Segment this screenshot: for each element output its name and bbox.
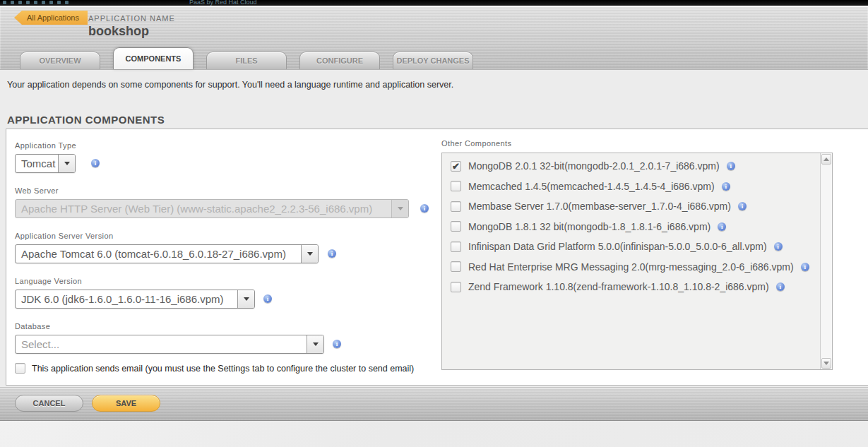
- component-checkbox[interactable]: [451, 221, 461, 232]
- tab-files[interactable]: FILES: [206, 52, 287, 69]
- header: All Applications APPLICATION NAME booksh…: [0, 6, 868, 70]
- component-checkbox[interactable]: [451, 261, 461, 272]
- language-version-select[interactable]: JDK 6.0 (jdk6-1.6.0_1.6.0-11-16_i686.vpm…: [15, 290, 255, 309]
- email-checkbox[interactable]: [15, 363, 25, 374]
- info-icon[interactable]: i: [420, 204, 429, 213]
- component-checkbox[interactable]: [451, 242, 461, 252]
- component-row: ✔MongoDB 2.0.1 32-bit(mongodb-2.0.1_2.0.…: [442, 156, 819, 177]
- info-icon[interactable]: i: [91, 159, 100, 167]
- app-server-version-label: Application Server Version: [15, 232, 113, 240]
- top-bar-brand: PaaS by Red Hat Cloud: [189, 0, 257, 6]
- component-label: Red Hat Enterprise MRG Messaging 2.0(mrg…: [468, 261, 794, 273]
- chevron-down-icon: [391, 200, 408, 217]
- info-icon[interactable]: i: [263, 294, 272, 303]
- info-icon[interactable]: i: [774, 242, 783, 251]
- email-checkbox-row: This application sends email (you must u…: [15, 363, 414, 374]
- application-name-label: APPLICATION NAME: [88, 14, 175, 23]
- info-icon[interactable]: i: [333, 340, 341, 348]
- database-select[interactable]: Select...: [15, 335, 324, 354]
- chevron-down-icon: [301, 245, 318, 263]
- component-row: Zend Framework 1.10.8(zend-framework-1.1…: [442, 277, 819, 297]
- tab-bar: OVERVIEWCOMPONENTSFILESCONFIGUREDEPLOY C…: [20, 47, 486, 69]
- component-checkbox[interactable]: [451, 181, 461, 191]
- scroll-up-icon[interactable]: [821, 154, 831, 165]
- application-type-label: Application Type: [15, 141, 76, 150]
- chevron-down-icon: [58, 155, 75, 172]
- all-applications-button[interactable]: All Applications: [14, 11, 88, 25]
- chevron-down-icon: [237, 290, 254, 308]
- info-icon[interactable]: i: [801, 263, 809, 271]
- page-background: [0, 421, 868, 447]
- action-bar: CANCEL SAVE: [0, 387, 868, 421]
- top-bar: PaaS by Red Hat Cloud: [0, 0, 868, 6]
- top-bar-icons: [3, 1, 69, 4]
- chevron-down-icon: [307, 335, 323, 353]
- scroll-down-icon[interactable]: [821, 358, 831, 369]
- tab-deploy-changes[interactable]: DEPLOY CHANGES: [393, 52, 473, 69]
- tab-components[interactable]: COMPONENTS: [113, 47, 194, 69]
- save-button[interactable]: SAVE: [92, 395, 160, 412]
- component-row: Memcached 1.4.5(memcached-1.4.5_1.4.5-4_…: [442, 177, 819, 197]
- info-icon[interactable]: i: [738, 202, 747, 210]
- email-checkbox-label: This application sends email (you must u…: [32, 364, 414, 374]
- database-value: Select...: [16, 335, 307, 353]
- component-label: Memcached 1.4.5(memcached-1.4.5_1.4.5-4_…: [468, 181, 715, 192]
- info-icon[interactable]: i: [727, 162, 735, 170]
- component-checkbox[interactable]: [451, 201, 461, 212]
- application-type-select[interactable]: Tomcat: [15, 154, 76, 173]
- app-server-version-select[interactable]: Apache Tomcat 6.0 (tomcat-6.0.18_6.0.18-…: [15, 244, 319, 263]
- web-server-value: Apache HTTP Server (Web Tier) (www-stati…: [16, 200, 391, 217]
- info-icon[interactable]: i: [328, 249, 336, 258]
- component-label: Zend Framework 1.10.8(zend-framework-1.1…: [468, 281, 769, 292]
- info-icon[interactable]: i: [722, 182, 730, 191]
- component-checkbox[interactable]: [451, 282, 461, 292]
- component-row: MongoDB 1.8.1 32 bit(mongodb-1.8_1.8.1-6…: [442, 217, 819, 237]
- component-row: Infinispan Data Grid Platform 5.0.0(infi…: [442, 237, 819, 257]
- section-title: APPLICATION COMPONENTS: [7, 114, 165, 126]
- other-components-box: ✔MongoDB 2.0.1 32-bit(mongodb-2.0.1_2.0.…: [441, 153, 833, 370]
- scrollbar[interactable]: [820, 153, 832, 369]
- tab-configure[interactable]: CONFIGURE: [299, 52, 380, 69]
- component-checkbox[interactable]: ✔: [451, 161, 461, 172]
- component-label: Infinispan Data Grid Platform 5.0.0(infi…: [468, 241, 767, 252]
- other-components-label: Other Components: [441, 139, 511, 148]
- app-server-version-value: Apache Tomcat 6.0 (tomcat-6.0.18_6.0.18-…: [16, 245, 301, 263]
- database-label: Database: [15, 322, 50, 330]
- component-row: Membase Server 1.7.0(membase-server_1.7.…: [442, 196, 819, 217]
- cancel-button[interactable]: CANCEL: [15, 395, 83, 412]
- info-icon[interactable]: i: [718, 222, 726, 231]
- application-components-panel: Application Type Tomcat i Web Server Apa…: [6, 129, 868, 386]
- language-version-label: Language Version: [15, 277, 82, 285]
- web-server-select: Apache HTTP Server (Web Tier) (www-stati…: [15, 199, 409, 218]
- info-icon[interactable]: i: [776, 282, 785, 291]
- component-label: MongoDB 1.8.1 32 bit(mongodb-1.8_1.8.1-6…: [468, 221, 711, 232]
- component-label: MongoDB 2.0.1 32-bit(mongodb-2.0.1_2.0.1…: [468, 160, 720, 172]
- web-server-label: Web Server: [15, 186, 59, 195]
- tab-overview[interactable]: OVERVIEW: [20, 52, 100, 69]
- other-components-list: ✔MongoDB 2.0.1 32-bit(mongodb-2.0.1_2.0.…: [442, 156, 819, 297]
- intro-text: Your application depends on some compone…: [7, 80, 453, 90]
- language-version-value: JDK 6.0 (jdk6-1.6.0_1.6.0-11-16_i686.vpm…: [16, 290, 237, 308]
- component-row: Red Hat Enterprise MRG Messaging 2.0(mrg…: [442, 257, 819, 278]
- component-label: Membase Server 1.7.0(membase-server_1.7.…: [468, 201, 731, 212]
- application-type-value: Tomcat: [16, 155, 58, 172]
- application-name: bookshop: [88, 24, 149, 39]
